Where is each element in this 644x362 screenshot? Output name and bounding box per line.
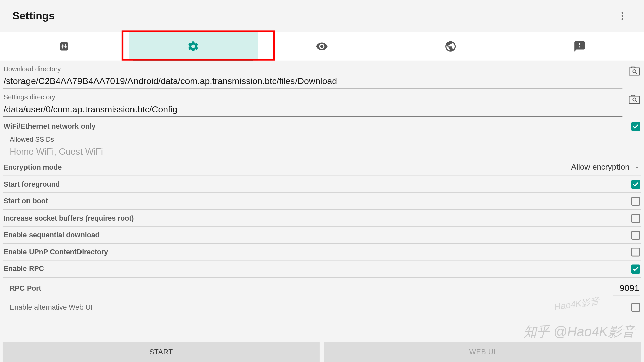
dropdown-caret-icon[interactable] xyxy=(634,164,640,171)
enable-rpc-label: Enable RPC xyxy=(4,265,631,273)
wifi-only-checkbox[interactable] xyxy=(631,122,640,131)
gear-icon xyxy=(187,40,199,53)
download-dir-input[interactable] xyxy=(3,73,622,88)
page-title: Settings xyxy=(12,10,613,22)
svg-point-8 xyxy=(633,98,636,101)
settings-content: Download directory Settings directory xyxy=(0,61,644,316)
svg-point-5 xyxy=(633,70,636,73)
more-vert-icon xyxy=(617,10,628,21)
svg-rect-7 xyxy=(629,96,640,103)
tab-settings[interactable] xyxy=(129,32,258,61)
tab-network[interactable] xyxy=(386,32,515,61)
tab-watch[interactable] xyxy=(258,32,386,61)
watermark-large: 知乎 @Hao4K影音 xyxy=(523,323,635,341)
svg-line-9 xyxy=(635,101,637,102)
allowed-ssids-input[interactable] xyxy=(9,144,641,159)
svg-rect-4 xyxy=(629,68,640,75)
alt-web-ui-label: Enable alternative Web UI xyxy=(4,303,631,311)
browse-folder-icon xyxy=(629,94,640,104)
sequential-dl-label: Enable sequential download xyxy=(4,231,631,239)
tab-bar xyxy=(0,32,644,61)
start-foreground-label: Start foreground xyxy=(4,180,631,188)
settings-dir-browse-button[interactable] xyxy=(628,93,641,105)
download-dir-browse-button[interactable] xyxy=(628,65,641,77)
settings-dir-label: Settings directory xyxy=(3,91,622,102)
enable-rpc-checkbox[interactable] xyxy=(631,264,640,274)
start-button[interactable]: START xyxy=(3,342,320,362)
transfers-icon xyxy=(58,40,70,53)
svg-line-6 xyxy=(635,72,637,74)
sequential-dl-checkbox[interactable] xyxy=(631,231,640,240)
start-foreground-checkbox[interactable] xyxy=(631,180,640,189)
overflow-menu-button[interactable] xyxy=(613,7,631,25)
eye-icon xyxy=(316,40,328,53)
svg-point-1 xyxy=(622,15,623,17)
alt-web-ui-checkbox[interactable] xyxy=(631,303,640,312)
start-on-boot-checkbox[interactable] xyxy=(631,197,640,206)
svg-point-2 xyxy=(622,18,623,20)
increase-socket-checkbox[interactable] xyxy=(631,214,640,223)
upnp-content-label: Enable UPnP ContentDirectory xyxy=(4,248,631,256)
browse-folder-icon xyxy=(629,66,640,76)
wifi-only-label: WiFi/Ethernet network only xyxy=(4,122,631,130)
encryption-label: Encryption mode xyxy=(4,163,571,171)
encryption-value[interactable]: Allow encryption xyxy=(571,163,634,172)
app-bar: Settings xyxy=(0,0,644,32)
rpc-port-input[interactable] xyxy=(613,281,640,296)
globe-icon xyxy=(444,40,457,53)
download-dir-label: Download directory xyxy=(3,63,622,74)
tab-about[interactable] xyxy=(515,32,644,61)
info-bubble-icon xyxy=(573,40,586,53)
allowed-ssids-label: Allowed SSIDs xyxy=(9,134,641,144)
web-ui-button[interactable]: WEB UI xyxy=(324,342,641,362)
settings-dir-input[interactable] xyxy=(3,102,622,117)
start-on-boot-label: Start on boot xyxy=(4,197,631,205)
increase-socket-label: Increase socket buffers (requires root) xyxy=(4,214,631,222)
bottom-action-bar: START WEB UI xyxy=(3,342,641,362)
upnp-content-checkbox[interactable] xyxy=(631,247,640,256)
svg-point-0 xyxy=(622,12,623,13)
tab-transfers[interactable] xyxy=(0,32,129,61)
rpc-port-label: RPC Port xyxy=(4,284,613,292)
